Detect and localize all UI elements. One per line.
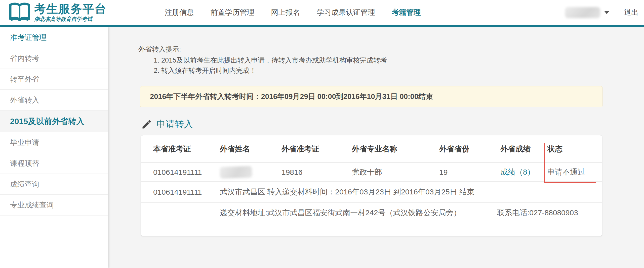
brand-title: 考生服务平台 xyxy=(34,3,107,15)
open-book-logo-icon xyxy=(9,3,31,23)
main-content: 外省转入提示: 1. 2015及以前考生在此提出转入申请，待转入市考办或助学机构… xyxy=(108,27,644,268)
section-header: 申请转入 xyxy=(141,118,193,130)
chevron-down-icon[interactable] xyxy=(604,11,609,14)
notice-line-2: 2. 转入须在转考开启时间内完成！ xyxy=(154,66,256,75)
sidebar-item-major-score-query[interactable]: 专业成绩查询 xyxy=(0,195,108,216)
brand-subtitle: 湖北省高等教育自学考试 xyxy=(34,16,107,23)
section-title: 申请转入 xyxy=(157,118,193,130)
pencil-icon xyxy=(141,119,152,130)
notice-line-1: 1. 2015及以前考生在此提出转入申请，待转入市考办或助学机构审核完成转考 xyxy=(154,56,387,65)
sidebar-item-intra-province-transfer[interactable]: 省内转考 xyxy=(0,48,108,69)
sidebar-item-graduation-apply[interactable]: 毕业申请 xyxy=(0,132,108,153)
score-link[interactable]: 成绩（8） xyxy=(500,167,547,177)
transfer-window-banner-text: 2016年下半年外省转入转考时间：2016年09月29日 00:00到2016年… xyxy=(150,92,433,102)
sidebar-item-admission-ticket[interactable]: 准考证管理 xyxy=(0,27,108,48)
table-row: 递交材料地址:武汉市武昌区福安街武南一村242号（武汉铁路公安局旁） 联系电话:… xyxy=(141,203,602,223)
table-row: 010614191111 武汉市武昌区 转入递交材料时间：2016年03月23日… xyxy=(141,182,602,203)
sidebar-item-score-query[interactable]: 成绩查询 xyxy=(0,174,108,195)
brand[interactable]: 考生服务平台 湖北省高等教育自学考试 xyxy=(9,3,107,23)
table-header-row: 本省准考证 外省姓名 外省准考证 外省专业名称 外省省份 外省成绩 状态 xyxy=(141,135,602,163)
nav-item-register-info[interactable]: 注册信息 xyxy=(165,8,194,18)
logout-button[interactable]: 退出 xyxy=(624,8,638,18)
col-header-status: 状态 xyxy=(547,144,602,154)
cell-out-name xyxy=(220,167,281,178)
header-divider-bar xyxy=(0,25,644,27)
page: 考生服务平台 湖北省高等教育自学考试 注册信息 前置学历管理 网上报名 学习成果… xyxy=(0,0,644,268)
cell-local-exam-no: 010614191111 xyxy=(153,168,220,177)
user-area: 退出 xyxy=(565,0,638,25)
cell-out-province: 19 xyxy=(439,168,500,177)
redacted-name xyxy=(220,166,252,178)
sidebar-item-course-substitute[interactable]: 课程顶替 xyxy=(0,153,108,174)
col-header-local-exam-no: 本省准考证 xyxy=(153,144,220,154)
col-header-out-score: 外省成绩 xyxy=(500,144,547,154)
cell-out-major: 党政干部 xyxy=(352,167,439,177)
cell-local-exam-no: 010614191111 xyxy=(153,188,220,196)
notice-title: 外省转入提示: xyxy=(138,45,181,54)
col-header-out-exam-no: 外省准考证 xyxy=(281,144,352,154)
transfer-table-card: 本省准考证 外省姓名 外省准考证 外省专业名称 外省省份 外省成绩 状态 010… xyxy=(141,135,602,236)
nav-item-online-signup[interactable]: 网上报名 xyxy=(271,8,300,18)
header: 考生服务平台 湖北省高等教育自学考试 注册信息 前置学历管理 网上报名 学习成果… xyxy=(0,0,644,25)
cell-out-exam-no: 19816 xyxy=(281,168,352,177)
col-header-out-name: 外省姓名 xyxy=(220,144,281,154)
sidebar-item-2015-transfer-in[interactable]: 2015及以前外省转入 xyxy=(0,111,108,132)
cell-status: 申请不通过 xyxy=(547,167,602,177)
transfer-window-banner: 2016年下半年外省转入转考时间：2016年09月29日 00:00到2016年… xyxy=(140,86,602,107)
contact-phone: 联系电话:027-88080903 xyxy=(497,208,578,218)
sidebar: 准考证管理 省内转考 转至外省 外省转入 2015及以前外省转入 毕业申请 课程… xyxy=(0,27,108,268)
top-navigation: 注册信息 前置学历管理 网上报名 学习成果认证管理 考籍管理 xyxy=(165,0,421,25)
redacted-username[interactable] xyxy=(565,7,600,18)
nav-item-learning-outcome[interactable]: 学习成果认证管理 xyxy=(317,8,375,18)
col-header-out-major: 外省专业名称 xyxy=(352,144,439,154)
nav-item-prior-education[interactable]: 前置学历管理 xyxy=(211,8,254,18)
cell-submit-window-info: 武汉市武昌区 转入递交材料时间：2016年03月23日 到2016年03月25日… xyxy=(220,187,602,197)
nav-item-exam-registry[interactable]: 考籍管理 xyxy=(392,8,421,18)
sidebar-item-transfer-out[interactable]: 转至外省 xyxy=(0,69,108,90)
table-row: 010614191111 19816 党政干部 19 成绩（8） 申请不通过 xyxy=(141,163,602,182)
col-header-out-province: 外省省份 xyxy=(439,144,500,154)
sidebar-item-transfer-in[interactable]: 外省转入 xyxy=(0,90,108,111)
brand-text: 考生服务平台 湖北省高等教育自学考试 xyxy=(34,3,107,23)
